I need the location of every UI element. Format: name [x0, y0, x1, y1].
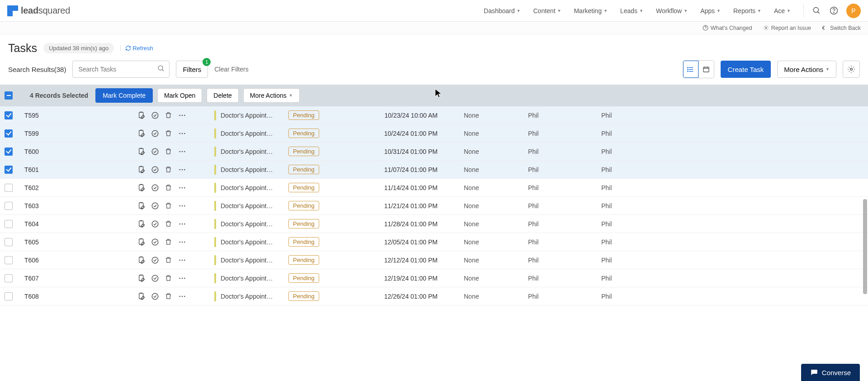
task-date: 12/05/24 01:00 PM — [361, 238, 438, 246]
nav-item-apps[interactable]: Apps ▼ — [700, 7, 721, 14]
nav-item-reports[interactable]: Reports ▼ — [733, 7, 761, 14]
filters-button[interactable]: Filters 1 — [176, 61, 208, 78]
nav-item-marketing[interactable]: Marketing ▼ — [574, 7, 607, 14]
edit-icon[interactable] — [137, 256, 146, 264]
row-checkbox[interactable] — [5, 184, 13, 192]
row-checkbox[interactable] — [5, 148, 13, 156]
table-row[interactable]: T599Doctor's Appoint…Pending10/24/24 01:… — [0, 124, 868, 143]
report-issue-link[interactable]: Report an Issue — [763, 25, 811, 31]
table-row[interactable]: T604Doctor's Appoint…Pending11/28/24 01:… — [0, 215, 868, 233]
edit-icon[interactable] — [137, 292, 146, 300]
delete-icon[interactable] — [165, 274, 173, 282]
bulk-more-actions-button[interactable]: More Actions ▼ — [243, 88, 300, 103]
edit-icon[interactable] — [137, 202, 146, 210]
table-row[interactable]: T600Doctor's Appoint…Pending10/31/24 01:… — [0, 143, 868, 161]
row-checkbox[interactable] — [5, 256, 13, 264]
row-checkbox[interactable] — [5, 202, 13, 210]
mark-complete-button[interactable]: Mark Complete — [95, 88, 153, 103]
edit-icon[interactable] — [137, 238, 146, 246]
edit-icon[interactable] — [137, 274, 146, 282]
complete-icon[interactable] — [151, 274, 159, 282]
clear-filters-link[interactable]: Clear Filters — [214, 66, 248, 73]
more-icon[interactable] — [178, 274, 186, 282]
delete-icon[interactable] — [165, 220, 173, 228]
table-row[interactable]: T601Doctor's Appoint…Pending11/07/24 01:… — [0, 161, 868, 179]
more-icon[interactable] — [178, 129, 186, 138]
mark-open-button[interactable]: Mark Open — [157, 88, 202, 103]
more-icon[interactable] — [178, 166, 186, 174]
calendar-view-button[interactable] — [698, 61, 714, 78]
table-row[interactable]: T608Doctor's Appoint…Pending12/26/24 01:… — [0, 287, 868, 305]
settings-button[interactable] — [843, 61, 860, 78]
delete-icon[interactable] — [165, 148, 173, 156]
row-checkbox[interactable] — [5, 292, 13, 300]
delete-icon[interactable] — [165, 238, 173, 246]
more-icon[interactable] — [178, 111, 186, 119]
row-checkbox[interactable] — [5, 129, 13, 138]
whats-changed-link[interactable]: What's Changed — [703, 25, 752, 31]
search-input[interactable] — [72, 61, 170, 78]
complete-icon[interactable] — [151, 148, 159, 156]
help-icon[interactable] — [829, 6, 838, 15]
complete-icon[interactable] — [151, 129, 159, 138]
delete-icon[interactable] — [165, 256, 173, 264]
nav-item-workflow[interactable]: Workflow ▼ — [656, 7, 688, 14]
table-row[interactable]: T606Doctor's Appoint…Pending12/12/24 01:… — [0, 251, 868, 269]
list-view-button[interactable] — [683, 61, 698, 78]
edit-icon[interactable] — [137, 166, 146, 174]
edit-icon[interactable] — [137, 220, 146, 228]
nav-item-content[interactable]: Content ▼ — [533, 7, 561, 14]
nav-item-dashboard[interactable]: Dashboard ▼ — [484, 7, 520, 14]
row-checkbox[interactable] — [5, 274, 13, 282]
table-row[interactable]: T607Doctor's Appoint…Pending12/19/24 01:… — [0, 269, 868, 287]
table-row[interactable]: T595Doctor's Appoint…Pending10/23/24 10:… — [0, 106, 868, 124]
scrollbar[interactable] — [863, 199, 867, 294]
row-checkbox[interactable] — [5, 220, 13, 228]
row-checkbox[interactable] — [5, 166, 13, 174]
edit-icon[interactable] — [137, 184, 146, 192]
refresh-link[interactable]: Refresh — [120, 45, 153, 52]
row-checkbox[interactable] — [5, 111, 13, 119]
table-row[interactable]: T603Doctor's Appoint…Pending11/21/24 01:… — [0, 197, 868, 215]
complete-icon[interactable] — [151, 220, 159, 228]
logo[interactable]: leadsquared — [7, 5, 70, 16]
search-icon[interactable] — [157, 65, 165, 74]
more-icon[interactable] — [178, 202, 186, 210]
select-all-checkbox[interactable] — [5, 91, 13, 100]
more-icon[interactable] — [178, 148, 186, 156]
delete-icon[interactable] — [165, 202, 173, 210]
delete-icon[interactable] — [165, 129, 173, 138]
delete-icon[interactable] — [165, 166, 173, 174]
more-icon[interactable] — [178, 220, 186, 228]
more-icon[interactable] — [178, 292, 186, 300]
delete-icon[interactable] — [165, 292, 173, 300]
nav-item-ace[interactable]: Ace ▼ — [774, 7, 791, 14]
complete-icon[interactable] — [151, 166, 159, 174]
more-icon[interactable] — [178, 256, 186, 264]
delete-button[interactable]: Delete — [207, 88, 238, 103]
edit-icon[interactable] — [137, 148, 146, 156]
priority-bar-icon — [214, 273, 216, 283]
delete-icon[interactable] — [165, 184, 173, 192]
delete-icon[interactable] — [165, 111, 173, 119]
avatar[interactable]: P — [846, 4, 861, 18]
table-row[interactable]: T605Doctor's Appoint…Pending12/05/24 01:… — [0, 233, 868, 251]
edit-icon[interactable] — [137, 111, 146, 119]
more-actions-button[interactable]: More Actions ▼ — [777, 61, 836, 78]
complete-icon[interactable] — [151, 202, 159, 210]
complete-icon[interactable] — [151, 111, 159, 119]
more-icon[interactable] — [178, 238, 186, 246]
complete-icon[interactable] — [151, 238, 159, 246]
more-icon[interactable] — [178, 184, 186, 192]
row-checkbox[interactable] — [5, 238, 13, 246]
create-task-button[interactable]: Create Task — [721, 61, 771, 78]
complete-icon[interactable] — [151, 256, 159, 264]
table-row[interactable]: T602Doctor's Appoint…Pending11/14/24 01:… — [0, 179, 868, 197]
complete-icon[interactable] — [151, 184, 159, 192]
edit-icon[interactable] — [137, 129, 146, 138]
switch-back-link[interactable]: Switch Back — [822, 25, 861, 31]
nav-item-leads[interactable]: Leads ▼ — [620, 7, 643, 14]
complete-icon[interactable] — [151, 292, 159, 300]
svg-point-13 — [688, 71, 688, 71]
search-icon[interactable] — [812, 6, 821, 15]
